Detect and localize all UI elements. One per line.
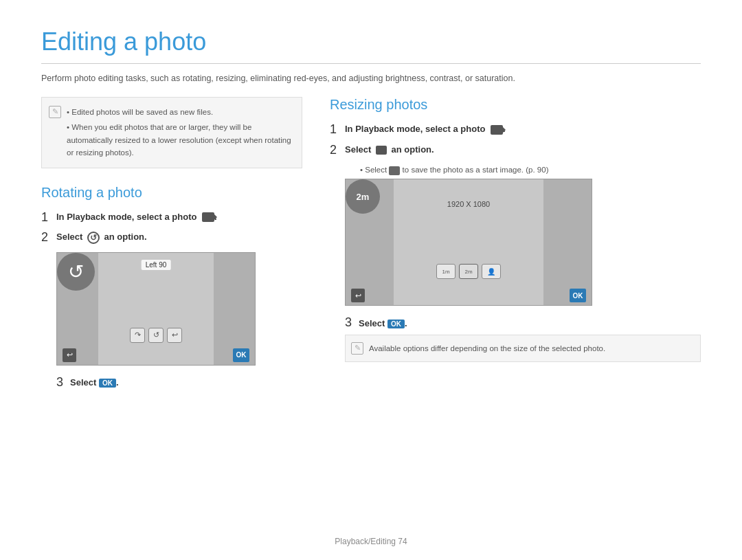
back-icon: ↩: [67, 350, 73, 359]
resize-step-1: 1 In Playback mode, select a photo .: [330, 122, 701, 137]
resize-btn-save[interactable]: 👤: [482, 264, 501, 279]
note-bullet-1: • Edited photos will be saved as new fil…: [67, 106, 292, 118]
resizing-section-title: Resizing photos: [330, 97, 701, 113]
rotate-icon: ↺: [87, 232, 100, 244]
save-icon: [389, 166, 400, 175]
arrow-buttons-row: ↷ ↺ ↩: [130, 328, 182, 343]
resize-note-icon: ✎: [351, 342, 363, 355]
resize-bullet: Select to save the photo as a start imag…: [360, 164, 701, 176]
resize-label: 2m: [357, 192, 370, 202]
resize-note-text: Available options differ depending on th…: [369, 344, 605, 352]
rotate-circle: ↺: [57, 253, 95, 291]
resolution-label: 1920 X 1080: [447, 200, 490, 208]
resize-camera-bottom-bar: ↩ OK: [346, 286, 592, 305]
back-button-small[interactable]: ↩: [63, 348, 76, 362]
resize-camera-screen: 1920 X 1080 2m 1m 2m 👤 ↩ OK: [345, 179, 592, 306]
note-bullet-2: • When you edit photos that are or large…: [67, 121, 292, 159]
left-column: ✎ • Edited photos will be saved as new f…: [41, 97, 302, 390]
ok-label-small: OK: [236, 351, 247, 359]
page-subtitle: Perform photo editing tasks, such as rot…: [41, 74, 701, 83]
resize-step-3: 3 Select OK.: [345, 315, 701, 331]
resize-btn-2m[interactable]: 2m: [459, 264, 478, 279]
ok-badge-resize: OK: [387, 320, 405, 328]
camera-bottom-bar: ↩ OK: [57, 346, 255, 365]
resize-step-2: 2 Select an option.: [330, 143, 701, 158]
left90-label: Left 90: [142, 260, 171, 270]
resize-ok-label: OK: [573, 292, 583, 300]
rotating-section-title: Rotating a photo: [41, 185, 302, 201]
resize-btn-1m[interactable]: 1m: [436, 264, 456, 279]
page-footer: Playback/Editing 74: [0, 537, 742, 546]
ok-button-small[interactable]: OK: [233, 348, 249, 362]
note-box-top: ✎ • Edited photos will be saved as new f…: [41, 97, 302, 168]
rotate-step-2: 2 Select ↺ an option.: [41, 230, 302, 245]
resize-back-icon: ↩: [355, 291, 361, 300]
rotate-arrow-icon: ↺: [68, 260, 84, 283]
ok-badge-rotate: OK: [99, 379, 116, 388]
rotate-flip-btn[interactable]: ↩: [167, 328, 182, 343]
rotate-step-3: 3 Select OK.: [56, 375, 302, 390]
resize-ok-button[interactable]: OK: [570, 289, 586, 302]
right-column: Resizing photos 1 In Playback mode, sele…: [330, 97, 701, 390]
resize-note-box: ✎ Available options differ depending on …: [345, 335, 701, 362]
resize-back-button[interactable]: ↩: [351, 289, 365, 302]
playback-icon-2: [491, 125, 503, 135]
resize-icon: [376, 146, 387, 155]
resize-buttons-row: 1m 2m 👤: [436, 264, 501, 279]
note-icon: ✎: [49, 106, 61, 118]
rotate-left-btn[interactable]: ↺: [148, 328, 164, 343]
rotate-step-1: 1 In Playback mode, select a photo .: [41, 210, 302, 225]
playback-icon: [202, 212, 214, 222]
page-title: Editing a photo: [41, 27, 701, 64]
rotate-camera-screen: Left 90 ↺ ↷ ↺ ↩ ↩ OK: [56, 252, 256, 366]
rotate-right-btn[interactable]: ↷: [130, 328, 145, 343]
